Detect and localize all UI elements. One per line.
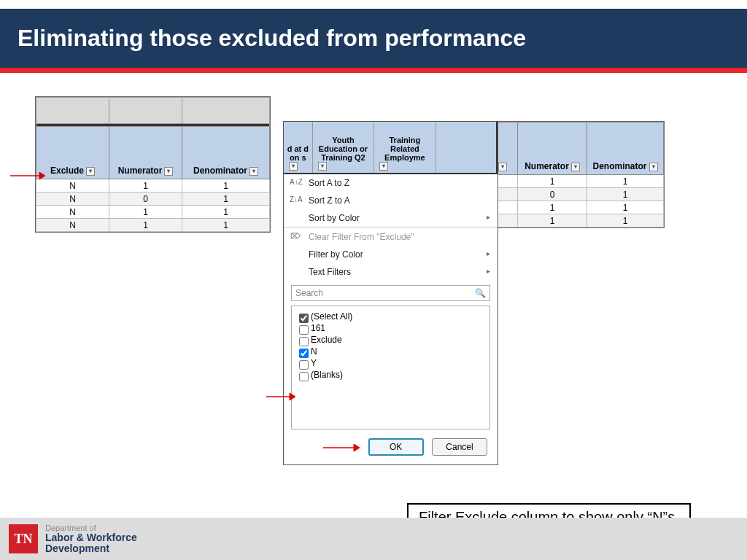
menu-sort-za[interactable]: Z↓ASort Z to A	[284, 192, 498, 209]
left-table-container: Exclude Numerator Denominator N11 N01 N1…	[35, 96, 271, 233]
filter-dropdown-icon[interactable]	[249, 167, 258, 176]
filter-dropdown-icon[interactable]	[649, 163, 658, 171]
filter-search-input[interactable]: Search 🔍	[291, 285, 490, 301]
sort-az-icon: A↓Z	[290, 178, 301, 186]
clear-filter-icon: ⌦	[290, 232, 301, 240]
menu-sort-by-color[interactable]: Sort by Color	[284, 209, 498, 227]
slide-title: Eliminating those excluded from performa…	[0, 9, 747, 68]
col-denominator[interactable]: Denominator	[182, 127, 270, 179]
arrow-icon	[323, 443, 360, 453]
col-exclude[interactable]: Exclude	[36, 127, 109, 179]
col-numerator[interactable]: Numerator	[109, 127, 182, 179]
col-denominator[interactable]: Denominator	[587, 122, 664, 175]
footer: TN Department of Labor & Workforce Devel…	[0, 518, 747, 560]
tree-select-all[interactable]: (Select All)	[296, 311, 485, 322]
sort-za-icon: Z↓A	[290, 195, 301, 203]
arrow-icon	[266, 392, 295, 402]
cancel-button[interactable]: Cancel	[432, 438, 487, 456]
checkbox-blanks[interactable]	[299, 372, 309, 381]
svg-marker-5	[354, 444, 360, 451]
filter-popup: d at d on s Youth Education or Training …	[283, 121, 498, 465]
filter-dropdown-icon[interactable]	[571, 163, 580, 171]
menu-clear-filter: ⌦Clear Filter From "Exclude"	[284, 228, 498, 246]
search-icon: 🔍	[475, 288, 486, 298]
filter-dropdown-icon[interactable]	[498, 163, 507, 171]
table-row: N11	[36, 219, 270, 232]
tn-logo: TN	[9, 524, 38, 553]
col-numerator[interactable]: Numerator	[518, 122, 587, 175]
filter-dropdown-icon[interactable]	[164, 167, 173, 176]
table-row: N01	[36, 192, 270, 206]
arrow-icon	[10, 171, 45, 181]
filter-dropdown-icon[interactable]	[318, 162, 327, 171]
popup-column-headers: d at d on s Youth Education or Training …	[284, 122, 498, 174]
col-fragment[interactable]: d at d on s	[284, 122, 313, 173]
left-table: Exclude Numerator Denominator N11 N01 N1…	[36, 97, 270, 232]
col-training-related[interactable]: Training Related Employme	[374, 122, 436, 173]
filter-dropdown-icon[interactable]	[86, 167, 95, 176]
tree-item[interactable]: (Blanks)	[296, 369, 485, 381]
table-row: N11	[36, 179, 270, 192]
tree-item[interactable]: N	[296, 346, 485, 357]
table-row: N11	[36, 206, 270, 219]
tree-item[interactable]: Y	[296, 357, 485, 369]
menu-sort-az[interactable]: A↓ZSort A to Z	[284, 174, 498, 192]
menu-filter-by-color[interactable]: Filter by Color	[284, 246, 498, 263]
dept-name: Department of Labor & Workforce Developm…	[45, 524, 137, 555]
svg-marker-3	[290, 393, 295, 400]
menu-text-filters[interactable]: Text Filters	[284, 263, 498, 281]
col-youth-education[interactable]: Youth Education or Training Q2	[313, 122, 374, 173]
ok-button[interactable]: OK	[368, 438, 424, 456]
tree-item[interactable]: Exclude	[296, 334, 485, 346]
svg-marker-1	[39, 172, 45, 179]
red-strip	[0, 68, 747, 73]
filter-dropdown-icon[interactable]	[289, 162, 298, 171]
filter-dropdown-icon[interactable]	[379, 162, 388, 171]
tree-item[interactable]: 161	[296, 322, 485, 334]
filter-values-tree[interactable]: (Select All) 161 Exclude N Y (Blanks)	[291, 306, 490, 429]
